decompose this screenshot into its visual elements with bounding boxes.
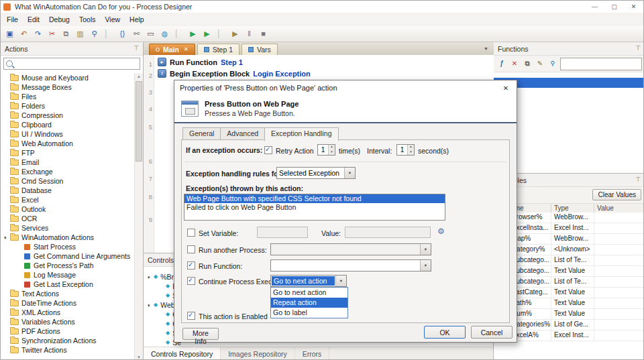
- dialog-tab[interactable]: Advanced: [220, 127, 265, 141]
- stop-icon[interactable]: ■: [256, 27, 270, 41]
- scroll-up-icon[interactable]: ▲: [135, 73, 143, 80]
- action-row[interactable]: ! Begin Exception Block Login Exception: [158, 68, 311, 78]
- menu-item[interactable]: Help: [125, 14, 149, 25]
- gear-icon[interactable]: ⚙: [437, 227, 445, 235]
- cancel-button[interactable]: Cancel: [471, 326, 513, 339]
- interval-spinner[interactable]: 1 ▲ ▼: [396, 144, 415, 156]
- dropdown-option[interactable]: Go to label: [271, 308, 347, 318]
- chevron-down-icon[interactable]: ▾: [344, 168, 355, 178]
- actions-tree-item[interactable]: Variables Actions: [1, 317, 135, 326]
- dropdown-option[interactable]: Go to next action: [271, 288, 347, 298]
- actions-tree-item[interactable]: Database: [1, 186, 135, 195]
- spin-up-icon[interactable]: ▲: [408, 145, 414, 150]
- actions-tree-item[interactable]: Services: [1, 223, 135, 233]
- actions-scrollbar[interactable]: ▲ ▼: [134, 73, 143, 360]
- retry-action-checkbox[interactable]: [264, 146, 272, 154]
- actions-tree-item[interactable]: UI / Windows: [1, 129, 135, 139]
- run-process-select[interactable]: ▾: [270, 243, 431, 255]
- delete-function-icon[interactable]: ✕: [509, 58, 520, 69]
- retry-count-spinner[interactable]: 1 ▲ ▼: [317, 144, 335, 156]
- exception-rules-select[interactable]: Selected Exception ▾: [276, 167, 356, 179]
- redo-icon[interactable]: ↷: [31, 27, 45, 41]
- exception-list-item[interactable]: Failed to click on Web Page Button: [184, 203, 445, 212]
- actions-tree-item[interactable]: Files: [1, 92, 135, 101]
- actions-search-input[interactable]: [15, 59, 138, 68]
- actions-tree-item[interactable]: Folders: [1, 101, 135, 111]
- actions-tree-item[interactable]: Outlook: [1, 204, 135, 214]
- actions-tree-item[interactable]: Email: [1, 158, 135, 167]
- set-variable-input[interactable]: [257, 227, 308, 238]
- tab-list-dropdown-icon[interactable]: ▼: [478, 46, 494, 51]
- debug-icon[interactable]: ▶: [228, 27, 242, 41]
- search-functions-icon[interactable]: ⚲: [547, 58, 558, 69]
- actions-tree-item[interactable]: FTP: [1, 148, 135, 158]
- minimize-button[interactable]: —: [585, 1, 604, 13]
- actions-tree-item[interactable]: Compression: [1, 111, 135, 120]
- actions-tree-item[interactable]: Cmd Session: [1, 176, 135, 186]
- pin-icon[interactable]: ⊤: [133, 46, 139, 52]
- pause-icon[interactable]: ‖: [242, 27, 256, 41]
- menu-item[interactable]: View: [100, 14, 125, 25]
- run-process-checkbox[interactable]: [187, 245, 195, 253]
- dialog-close-button[interactable]: ✕: [495, 80, 517, 95]
- actions-tree-item[interactable]: Get Last Exception: [1, 280, 135, 289]
- spin-down-icon[interactable]: ▼: [329, 150, 335, 156]
- dropdown-option[interactable]: Repeat action: [271, 298, 347, 308]
- chevron-down-icon[interactable]: ▾: [335, 276, 346, 286]
- actions-tree-item[interactable]: Text Actions: [1, 289, 135, 298]
- editor-tab[interactable]: Vars ✕: [241, 44, 278, 55]
- exception-list-item[interactable]: Web Page Button with specified CSS Selec…: [184, 194, 445, 203]
- continue-execution-checkbox[interactable]: [187, 277, 195, 285]
- actions-tree-item[interactable]: Log Message: [1, 270, 135, 280]
- scroll-down-icon[interactable]: ▼: [135, 354, 143, 360]
- ok-button[interactable]: OK: [424, 326, 466, 339]
- dialog-tab[interactable]: Exception Handling: [264, 127, 338, 141]
- close-button[interactable]: ✕: [624, 1, 643, 13]
- run-icon[interactable]: ▶: [186, 27, 200, 41]
- more-info-button[interactable]: More Info: [182, 328, 219, 340]
- repository-tab[interactable]: Errors: [295, 347, 330, 360]
- actions-tree-item[interactable]: Mouse and Keyboard: [1, 73, 135, 82]
- chevron-down-icon[interactable]: ▾: [420, 260, 431, 271]
- value-input[interactable]: [345, 227, 431, 238]
- action-row[interactable]: ▸ Run Function Step 1: [158, 57, 243, 67]
- actions-tree-item[interactable]: Web Automation: [1, 139, 135, 148]
- run-function-select[interactable]: ▾: [270, 259, 431, 272]
- close-tab-icon[interactable]: ✕: [184, 47, 189, 52]
- repository-tab[interactable]: Images Repository: [221, 347, 295, 360]
- add-function-icon[interactable]: ƒ: [496, 58, 507, 69]
- editor-tab[interactable]: Main ✕: [149, 44, 195, 55]
- actions-tree-item[interactable]: Exchange: [1, 167, 135, 176]
- actions-tree-item[interactable]: Synchronization Actions: [1, 336, 135, 345]
- code-braces-icon[interactable]: {}: [115, 27, 129, 41]
- run-step-icon[interactable]: ▶: [200, 27, 214, 41]
- actions-tree-item[interactable]: ▾ WinAutomation Actions: [1, 233, 135, 242]
- actions-tree-item[interactable]: PDF Actions: [1, 326, 135, 336]
- pin-icon[interactable]: ⊤: [635, 177, 641, 183]
- actions-tree-item[interactable]: DateTime Actions: [1, 298, 135, 308]
- actions-tree-item[interactable]: Start Process: [1, 242, 135, 251]
- action-enabled-checkbox[interactable]: [187, 312, 195, 320]
- actions-tree-item[interactable]: Get Command Line Arguments: [1, 251, 135, 261]
- repository-tab[interactable]: Controls Repository: [144, 347, 221, 360]
- link-icon[interactable]: ⚯: [129, 27, 144, 41]
- search-icon[interactable]: ⚲: [87, 27, 101, 41]
- cut-icon[interactable]: ✂: [45, 27, 59, 41]
- edit-function-icon[interactable]: ✎: [535, 58, 545, 69]
- spin-up-icon[interactable]: ▲: [329, 145, 335, 150]
- actions-tree-item[interactable]: Clipboard: [1, 120, 135, 129]
- menu-item[interactable]: Debug: [44, 14, 74, 25]
- actions-tree-item[interactable]: Message Boxes: [1, 82, 135, 92]
- actions-tree-item[interactable]: XML Actions: [1, 308, 135, 317]
- actions-tree-item[interactable]: Excel: [1, 195, 135, 204]
- save-icon[interactable]: ▣: [3, 27, 17, 41]
- paste-icon[interactable]: ▥: [73, 27, 87, 41]
- copy-icon[interactable]: ⧉: [59, 27, 73, 41]
- actions-tree-item[interactable]: Twitter Actions: [1, 345, 135, 355]
- clear-values-button[interactable]: Clear Values: [592, 189, 641, 200]
- undo-icon[interactable]: ↶: [17, 27, 31, 41]
- web-icon[interactable]: ◍: [158, 27, 172, 41]
- scroll-thumb[interactable]: [136, 81, 142, 162]
- editor-tab[interactable]: Step 1 ✕: [197, 44, 239, 55]
- run-function-checkbox[interactable]: [187, 261, 195, 269]
